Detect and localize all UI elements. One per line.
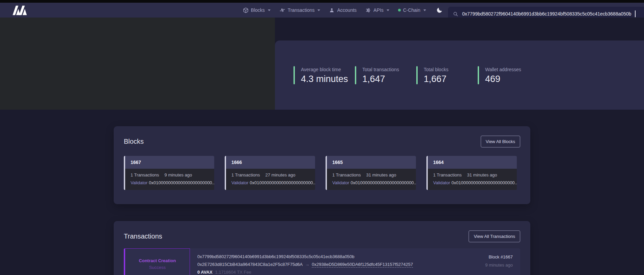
- top-strip: [0, 0, 644, 3]
- nav-item-label: Transactions: [288, 7, 315, 13]
- block-card-body: 1 Transactions9 minutes ago Validator0x0…: [125, 169, 214, 190]
- blocks-section: Blocks View All Blocks 1667 1 Transactio…: [114, 126, 530, 204]
- stat-value: 1,667: [424, 74, 448, 84]
- transactions-section-title: Transactions: [124, 232, 162, 240]
- theme-toggle[interactable]: [436, 7, 443, 13]
- block-age: 9 minutes ago: [165, 172, 192, 177]
- validator-label: Validator: [231, 180, 248, 185]
- stat-value: 4.3 minutes: [301, 74, 348, 84]
- nav-item-label: C-Chain: [403, 7, 420, 13]
- nav-item-label: Accounts: [337, 7, 357, 13]
- block-card-body: 1 Transactions27 minutes ago Validator0x…: [226, 169, 315, 190]
- block-tx-count: 1 Transactions: [231, 172, 260, 177]
- page: Blocks Transactions: [0, 0, 644, 275]
- transaction-amount: 0 AVAX: [197, 270, 213, 275]
- transaction-details: 0x7799bd580272f9604140b6991d3bb6c19924bf…: [190, 248, 485, 275]
- nav-item-apis[interactable]: APIs: [365, 7, 389, 13]
- hero: Average block time 4.3 minutes Total tra…: [0, 18, 644, 110]
- person-icon: [329, 7, 335, 13]
- stats-panel: Average block time 4.3 minutes Total tra…: [275, 40, 644, 110]
- block-number[interactable]: 1664: [428, 156, 517, 169]
- search-input-value: 0x7799bd580272f9604140b6991d3bb6c19924bf…: [462, 11, 631, 17]
- validator-address: 0x010000000000000000000000...: [451, 180, 517, 185]
- transaction-hash-link[interactable]: 0x7799bd580272f9604140b6991d3bb6c19924bf…: [197, 254, 485, 259]
- swap-arrows-icon: [279, 7, 285, 13]
- stat-label: Average block time: [301, 67, 348, 72]
- block-number[interactable]: 1666: [226, 156, 315, 169]
- stat-value: 469: [485, 74, 521, 84]
- stat-label: Wallet addresses: [485, 67, 521, 72]
- stat-accent-bar: [355, 66, 356, 84]
- arrow-right-icon: →: [305, 262, 309, 267]
- nav-item-accounts[interactable]: Accounts: [329, 7, 357, 13]
- stat-average-block-time: Average block time 4.3 minutes: [293, 66, 355, 84]
- validator-address: 0x010000000000000000000000...: [351, 180, 416, 185]
- text-cursor: [635, 10, 636, 17]
- block-card-body: 1 Transactions31 minutes ago Validator0x…: [327, 169, 416, 190]
- view-all-blocks-button[interactable]: View All Blocks: [481, 136, 520, 147]
- nav-item-transactions[interactable]: Transactions: [279, 7, 320, 13]
- nav-item-blocks[interactable]: Blocks: [243, 7, 271, 13]
- chevron-down-icon: [317, 9, 320, 11]
- block-card-list: 1667 1 Transactions9 minutes ago Validat…: [124, 156, 520, 190]
- block-age: 27 minutes ago: [265, 172, 296, 177]
- moon-icon: [436, 7, 443, 13]
- block-card[interactable]: 1665 1 Transactions31 minutes ago Valida…: [326, 156, 416, 190]
- transaction-block-info: Block #1667 9 minutes ago: [485, 248, 520, 275]
- nav-item-label: APIs: [373, 7, 384, 13]
- stat-label: Total transactions: [362, 67, 399, 72]
- blocks-section-title: Blocks: [124, 138, 144, 145]
- validator-label: Validator: [433, 180, 450, 185]
- to-address-link[interactable]: 0x2938eD5D869e50DA6f125dfc45F13157f52742…: [312, 262, 413, 268]
- transaction-type-badge: Contract Creation Success: [124, 248, 190, 275]
- transaction-fee: 1.1718604 TX Fee: [215, 270, 251, 275]
- block-age: 31 minutes ago: [467, 172, 497, 177]
- validator-address: 0x010000000000000000000000...: [149, 180, 214, 185]
- chevron-down-icon: [268, 9, 271, 11]
- validator-address: 0x010000000000000000000000...: [250, 180, 315, 185]
- block-tx-count: 1 Transactions: [332, 172, 361, 177]
- validator-label: Validator: [332, 180, 349, 185]
- transaction-row[interactable]: Contract Creation Success 0x7799bd580272…: [124, 248, 520, 275]
- cube-icon: [243, 7, 249, 13]
- from-address-link[interactable]: 0x2E7263d815CbB43a9647843C8a1e2F5c87F75d…: [197, 262, 303, 267]
- transaction-status: Success: [149, 265, 166, 270]
- block-number[interactable]: 1667: [125, 156, 214, 169]
- transaction-type: Contract Creation: [139, 258, 176, 263]
- stat-wallet-addresses: Wallet addresses 469: [478, 66, 539, 84]
- sliders-icon: [365, 7, 371, 13]
- avalanche-logo[interactable]: [12, 5, 30, 15]
- block-tx-count: 1 Transactions: [131, 172, 159, 177]
- view-all-transactions-button[interactable]: View All Transactions: [469, 230, 520, 242]
- validator-label: Validator: [131, 180, 147, 185]
- stat-value: 1,647: [362, 74, 399, 84]
- stat-total-transactions: Total transactions 1,647: [355, 66, 416, 84]
- nav-item-chain-selector[interactable]: C-Chain: [398, 7, 426, 13]
- block-card[interactable]: 1667 1 Transactions9 minutes ago Validat…: [124, 156, 214, 190]
- chain-status-dot-icon: [398, 9, 401, 11]
- block-number[interactable]: 1665: [327, 156, 416, 169]
- avalanche-logo-icon: [12, 5, 30, 15]
- block-card-body: 1 Transactions31 minutes ago Validator0x…: [428, 169, 517, 190]
- chevron-down-icon: [423, 9, 426, 11]
- stat-accent-bar: [293, 66, 295, 84]
- stat-accent-bar: [416, 66, 418, 84]
- block-age: 31 minutes ago: [366, 172, 396, 177]
- block-tx-count: 1 Transactions: [433, 172, 462, 177]
- stat-label: Total blocks: [424, 67, 448, 72]
- block-card[interactable]: 1666 1 Transactions27 minutes ago Valida…: [225, 156, 315, 190]
- block-card[interactable]: 1664 1 Transactions31 minutes ago Valida…: [426, 156, 517, 190]
- chevron-down-icon: [387, 9, 389, 11]
- hero-left-panel: [0, 18, 275, 110]
- nav-item-label: Blocks: [251, 7, 265, 13]
- nav-menu: Blocks Transactions: [243, 3, 443, 18]
- block-link[interactable]: Block #1667: [485, 254, 513, 259]
- transaction-age: 9 minutes ago: [485, 263, 513, 268]
- search-icon: [453, 11, 458, 17]
- transactions-section: Transactions View All Transactions Contr…: [114, 221, 530, 275]
- stat-total-blocks: Total blocks 1,667: [416, 66, 478, 84]
- stat-accent-bar: [478, 66, 479, 84]
- navbar: Blocks Transactions: [0, 3, 644, 18]
